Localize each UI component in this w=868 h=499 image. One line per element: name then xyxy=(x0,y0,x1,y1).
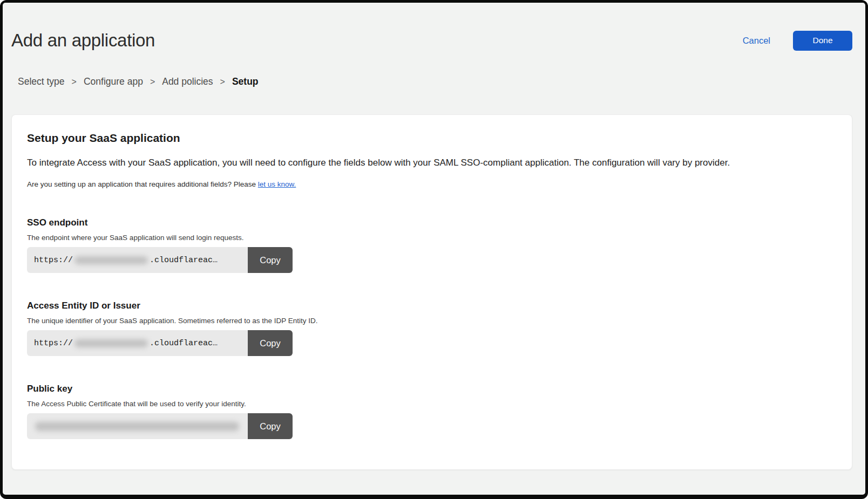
sso-endpoint-label: SSO endpoint xyxy=(27,217,837,228)
breadcrumb-separator: > xyxy=(150,77,155,87)
breadcrumb-separator: > xyxy=(72,77,77,87)
card-note-text: Are you setting up an application that r… xyxy=(27,180,837,189)
page-background: Add an application Cancel Done Select ty… xyxy=(3,3,865,495)
sso-endpoint-value: https:// .cloudflareac… xyxy=(27,247,248,273)
sso-endpoint-description: The endpoint where your SaaS application… xyxy=(27,233,837,242)
public-key-row: Copy xyxy=(27,413,293,439)
value-prefix: https:// xyxy=(34,256,73,265)
value-suffix: .cloudflareac… xyxy=(150,339,218,348)
access-entity-id-label: Access Entity ID or Issuer xyxy=(27,300,837,311)
page-header: Add an application Cancel Done xyxy=(3,3,865,51)
access-entity-id-value: https:// .cloudflareac… xyxy=(27,330,248,356)
field-group-access-entity-id: Access Entity ID or Issuer The unique id… xyxy=(27,300,837,356)
redacted-text-blur xyxy=(35,422,239,431)
access-entity-id-description: The unique identifier of your SaaS appli… xyxy=(27,316,837,325)
breadcrumb-separator: > xyxy=(220,77,225,87)
let-us-know-link[interactable]: let us know. xyxy=(258,180,296,188)
breadcrumb: Select type > Configure app > Add polici… xyxy=(18,76,865,87)
public-key-copy-button[interactable]: Copy xyxy=(248,413,293,439)
field-group-public-key: Public key The Access Public Certificate… xyxy=(27,383,837,439)
redacted-text-blur xyxy=(74,339,148,347)
done-button[interactable]: Done xyxy=(793,31,852,51)
cancel-button[interactable]: Cancel xyxy=(743,36,770,46)
public-key-description: The Access Public Certificate that will … xyxy=(27,399,837,408)
sso-endpoint-row: https:// .cloudflareac… Copy xyxy=(27,247,293,273)
value-suffix: .cloudflareac… xyxy=(150,256,218,265)
breadcrumb-setup-active: Setup xyxy=(232,76,259,87)
access-entity-id-row: https:// .cloudflareac… Copy xyxy=(27,330,293,356)
card-heading: Setup your SaaS application xyxy=(27,131,837,145)
public-key-value xyxy=(27,413,248,439)
public-key-label: Public key xyxy=(27,383,837,394)
redacted-text-blur xyxy=(74,256,148,264)
sso-endpoint-copy-button[interactable]: Copy xyxy=(248,247,293,273)
value-prefix: https:// xyxy=(34,339,73,348)
field-group-sso-endpoint: SSO endpoint The endpoint where your Saa… xyxy=(27,217,837,273)
access-entity-id-copy-button[interactable]: Copy xyxy=(248,330,293,356)
header-actions: Cancel Done xyxy=(743,31,852,51)
breadcrumb-add-policies[interactable]: Add policies xyxy=(162,76,213,87)
note-prefix: Are you setting up an application that r… xyxy=(27,180,258,188)
setup-card: Setup your SaaS application To integrate… xyxy=(11,114,852,470)
card-intro-text: To integrate Access with your SaaS appli… xyxy=(27,156,837,169)
window-frame: Add an application Cancel Done Select ty… xyxy=(0,0,868,499)
breadcrumb-configure-app[interactable]: Configure app xyxy=(84,76,143,87)
page-title: Add an application xyxy=(11,30,155,51)
breadcrumb-select-type[interactable]: Select type xyxy=(18,76,65,87)
